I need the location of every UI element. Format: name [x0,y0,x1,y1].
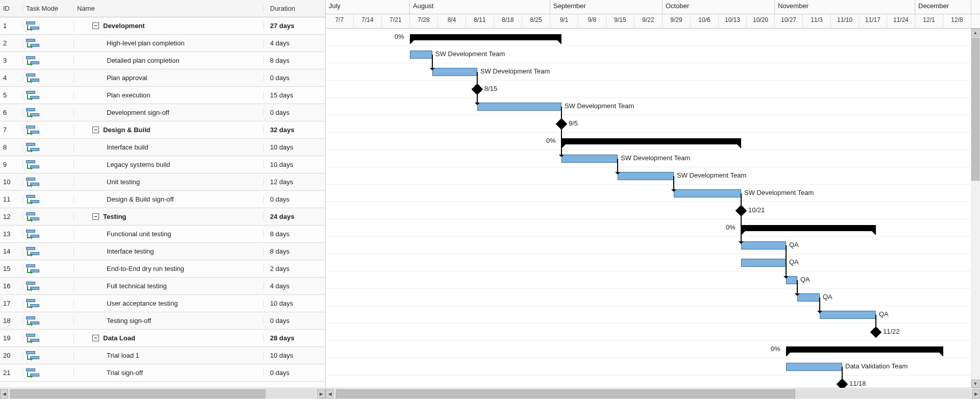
cell-name[interactable]: High-level plan completion [74,39,264,47]
task-row[interactable]: 3Detailed plan completion8 days [0,52,325,69]
task-row[interactable]: 9Legacy systems build10 days [0,156,325,173]
task-row[interactable]: 16Full technical testing4 days [0,278,325,295]
cell-name[interactable]: Interface build [74,143,264,151]
task-row[interactable]: 6Development sign-off0 days [0,104,325,121]
gantt-body[interactable]: 0%SW Development TeamSW Development Team… [326,29,980,388]
scroll-thumb-h-gantt[interactable] [336,389,795,398]
cell-duration[interactable]: 0 days [264,74,325,82]
cell-name[interactable]: Testing sign-off [74,317,264,325]
task-row[interactable]: 12−Testing24 days [0,208,325,226]
scroll-right-button[interactable]: ▶ [317,389,325,398]
cell-duration[interactable]: 24 days [264,213,325,220]
task-bar[interactable] [432,68,477,76]
cell-name[interactable]: Legacy systems build [74,161,264,168]
scroll-down-button[interactable]: ▼ [971,380,979,388]
task-row[interactable]: 19−Data Load28 days [0,330,325,347]
resource-label: QA [879,310,889,318]
cell-name[interactable]: Full technical testing [74,282,264,290]
cell-name[interactable]: Plan approval [74,74,264,82]
cell-name[interactable]: Plan execution [74,91,264,99]
task-row[interactable]: 17User acceptance testing10 days [0,295,325,312]
cell-duration[interactable]: 0 days [264,317,325,325]
gantt-vscroll[interactable]: ▲ ▼ [971,29,980,388]
task-row[interactable]: 7−Design & Build32 days [0,121,325,139]
cell-name[interactable]: Trial load 1 [74,352,264,359]
cell-name[interactable]: −Development [74,22,264,30]
cell-duration[interactable]: 0 days [264,369,325,377]
task-bar[interactable] [477,103,561,111]
cell-name[interactable]: Design & Build sign-off [74,195,264,203]
cell-duration[interactable]: 0 days [264,195,325,203]
cell-name[interactable]: Unit testing [74,178,264,186]
task-bar[interactable] [797,293,820,302]
cell-duration[interactable]: 10 days [264,143,325,151]
cell-name[interactable]: User acceptance testing [74,300,264,307]
cell-duration[interactable]: 10 days [264,352,325,359]
cell-name[interactable]: −Data Load [74,334,264,342]
task-row[interactable]: 8Interface build10 days [0,139,325,156]
summary-bar[interactable] [786,346,943,353]
task-bar[interactable] [618,172,674,180]
collapse-toggle[interactable]: − [92,213,99,220]
task-row[interactable]: 11Design & Build sign-off0 days [0,191,325,208]
cell-duration[interactable]: 27 days [264,22,325,30]
cell-duration[interactable]: 8 days [264,247,325,255]
cell-duration[interactable]: 10 days [264,300,325,307]
cell-duration[interactable]: 28 days [264,334,325,342]
cell-duration[interactable]: 0 days [264,109,325,116]
cell-duration[interactable]: 8 days [264,57,325,64]
task-row[interactable]: 15End-to-End dry run testing2 days [0,260,325,278]
cell-duration[interactable]: 4 days [264,282,325,290]
task-row[interactable]: 10Unit testing12 days [0,173,325,191]
task-bar[interactable] [741,259,786,267]
task-bar[interactable] [561,155,618,163]
task-row[interactable]: 18Testing sign-off0 days [0,312,325,330]
task-row[interactable]: 5Plan execution15 days [0,87,325,104]
scroll-up-button[interactable]: ▲ [971,29,979,37]
cell-name[interactable]: End-to-End dry run testing [74,265,264,272]
cell-name[interactable]: Detailed plan completion [74,57,264,64]
scroll-right-button[interactable]: ▶ [972,389,980,398]
task-bar[interactable] [786,363,842,371]
scroll-left-button[interactable]: ◀ [326,389,334,398]
cell-duration[interactable]: 2 days [264,265,325,272]
task-row[interactable]: 4Plan approval0 days [0,69,325,87]
task-bar[interactable] [674,189,741,197]
task-row[interactable]: 2High-level plan completion4 days [0,35,325,52]
summary-bar[interactable] [741,225,876,231]
task-bar[interactable] [410,51,432,59]
scroll-thumb-v[interactable] [971,38,979,181]
scroll-thumb-h-grid[interactable] [10,389,265,398]
col-header-name[interactable]: Name [74,5,264,12]
cell-name[interactable]: Development sign-off [74,109,264,116]
summary-bar[interactable] [561,138,741,144]
col-header-id[interactable]: ID [0,5,23,12]
cell-duration[interactable]: 12 days [264,178,325,186]
task-row[interactable]: 13Functional unit testing8 days [0,226,325,243]
cell-name[interactable]: Trial sign-off [74,369,264,377]
scroll-left-button[interactable]: ◀ [0,389,8,398]
cell-duration[interactable]: 4 days [264,39,325,47]
task-bar[interactable] [820,311,876,319]
task-row[interactable]: 1−Development27 days [0,17,325,35]
col-header-duration[interactable]: Duration [264,5,325,12]
cell-name[interactable]: −Testing [74,213,264,220]
grid-hscroll[interactable]: ◀ ▶ [0,388,326,399]
cell-duration[interactable]: 15 days [264,91,325,99]
summary-bar[interactable] [410,34,561,40]
cell-duration[interactable]: 8 days [264,230,325,238]
collapse-toggle[interactable]: − [92,127,99,133]
task-row[interactable]: 14Interface testing8 days [0,243,325,260]
cell-name[interactable]: Functional unit testing [74,230,264,238]
cell-duration[interactable]: 32 days [264,126,325,134]
task-bar[interactable] [741,241,786,250]
cell-name[interactable]: −Design & Build [74,126,264,134]
cell-duration[interactable]: 10 days [264,161,325,168]
task-row[interactable]: 20Trial load 110 days [0,347,325,364]
collapse-toggle[interactable]: − [92,335,99,341]
gantt-hscroll[interactable]: ◀ ▶ [326,388,980,399]
cell-name[interactable]: Interface testing [74,247,264,255]
col-header-taskmode[interactable]: Task Mode [23,5,74,12]
task-row[interactable]: 21Trial sign-off0 days [0,364,325,382]
collapse-toggle[interactable]: − [92,22,99,29]
